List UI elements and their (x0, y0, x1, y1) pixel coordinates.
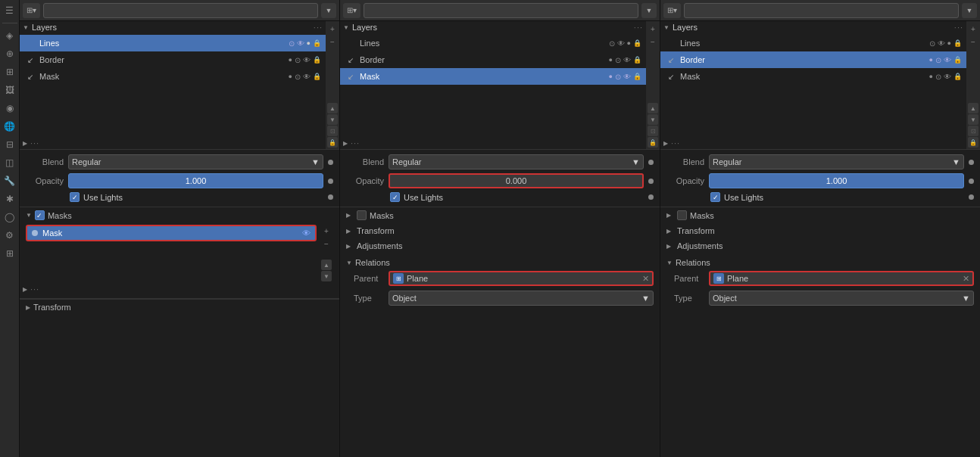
panel-3-layer-border[interactable]: ↙ Border ● ⊙ 👁 🔒 (660, 51, 966, 68)
panel-2-layer-lines-controls: ⊙ 👁 ● 🔒 (609, 39, 641, 48)
panel-1-masks-header[interactable]: ▼ ✓ Masks (20, 207, 339, 223)
panel-1-blend-dropdown[interactable]: Regular ▼ (68, 154, 323, 169)
panel-3-blend-dropdown[interactable]: Regular ▼ (709, 154, 964, 169)
panel-3-search-input[interactable] (684, 3, 959, 18)
sidebar-tool-icon-8[interactable]: ◫ (2, 155, 17, 170)
layer-lines-ctrl4: 🔒 (313, 39, 321, 47)
panel-2-type-row: Type Object ▼ (340, 288, 660, 308)
panel-1-add-layer-btn[interactable]: + (326, 23, 339, 35)
panel-2-search-input[interactable] (364, 3, 638, 18)
panel-3-relations-header[interactable]: ▼ Relations (660, 256, 980, 269)
panel-1-layer-mask[interactable]: ↙ Mask ● ⊙ 👁 🔒 (20, 68, 326, 85)
panel-2-masks-header[interactable]: ▶ Masks (340, 207, 660, 223)
panel-2-parent-clear-btn[interactable]: ✕ (642, 274, 649, 284)
panel-2-uselights-checkbox[interactable]: ✓ (390, 192, 400, 202)
panel-3-layer-list: Lines ⊙ 👁 ● 🔒 ↙ Border ● ⊙ (660, 33, 966, 86)
sidebar-menu-icon[interactable]: ☰ (2, 3, 17, 18)
panel-1-transform-label: Transform (33, 303, 71, 312)
panel-1-add-mask-btn[interactable]: + (320, 225, 332, 237)
panel-2-opacity-field[interactable]: 0.000 (389, 173, 644, 188)
sidebar-tool-icon-12[interactable]: ⚙ (2, 228, 17, 243)
panel-3-masks-arrow-icon: ▶ (666, 212, 674, 219)
panel-3-opacity-field[interactable]: 1.000 (709, 173, 964, 188)
panel-2-layer-mask[interactable]: ↙ Mask ● ⊙ 👁 🔒 (340, 68, 646, 85)
panel-3-plane-icon: ⊞ (713, 273, 724, 284)
panel-3-scroll-down-btn[interactable]: ▼ (968, 114, 978, 125)
sidebar-tool-icon-9[interactable]: 🔧 (2, 173, 17, 188)
panel-3-transform-header[interactable]: ▶ Transform (660, 223, 980, 238)
panel-3-uselights-dot (969, 194, 974, 200)
panel-1-transform-section[interactable]: ▶ Transform (20, 299, 339, 315)
panel-2-parent-value-field[interactable]: ⊞ Plane ✕ (389, 271, 654, 286)
panel-2-masks-arrow-icon: ▶ (346, 212, 354, 219)
panel-3-layer-lines[interactable]: Lines ⊙ 👁 ● 🔒 (660, 35, 966, 51)
panel-3-uselights-checkbox[interactable]: ✓ (710, 192, 720, 202)
panel-3-lower-content: ▶ Masks ▶ Transform ▶ Adjustments ▼ Rela… (660, 207, 980, 457)
panel-3-type-dropdown[interactable]: Object ▼ (709, 291, 974, 306)
panel-2-masks-checkbox[interactable] (357, 210, 367, 220)
panel-1-opacity-field[interactable]: 1.000 (68, 173, 323, 188)
panel-1-layers-header[interactable]: ▼ Layers ··· (20, 21, 326, 33)
panel-2-add-layer-btn[interactable]: + (647, 23, 659, 35)
panel-1-layer-border-controls: ● ⊙ 👁 🔒 (289, 56, 321, 64)
sidebar-tool-icon-3[interactable]: ⊞ (2, 64, 17, 79)
panel-3-menu-btn[interactable]: ⊞▾ (663, 3, 681, 18)
panels-container: ⊞▾ ▼ ▼ Layers ··· Lines (20, 0, 980, 457)
sidebar-tool-icon-4[interactable]: 🖼 (2, 82, 17, 98)
panel-3-adjustments-header[interactable]: ▶ Adjustments (660, 238, 980, 253)
sidebar-tool-icon-13[interactable]: ⊞ (2, 246, 17, 261)
sidebar-tool-icon-10[interactable]: ✱ (2, 191, 17, 207)
panel-1-layer-border[interactable]: ↙ Border ● ⊙ 👁 🔒 (20, 51, 326, 68)
sidebar-tool-icon-5[interactable]: ◉ (2, 101, 17, 116)
panel-1-layer-lines[interactable]: Lines ⊙ 👁 ● 🔒 (20, 35, 326, 51)
panel-1-scroll-up-btn[interactable]: ▲ (327, 103, 338, 113)
panel-2-scroll-up-btn[interactable]: ▲ (648, 103, 658, 113)
panel-3-relations-label: Relations (676, 258, 710, 267)
panel-1-mask-scroll-up[interactable]: ▲ (321, 260, 332, 270)
panel-1-uselights-checkbox[interactable]: ✓ (70, 192, 80, 202)
panel-3-masks-header[interactable]: ▶ Masks (660, 207, 980, 223)
panel-2-dropdown-btn[interactable]: ▼ (641, 3, 657, 18)
panel-2-relations-header[interactable]: ▼ Relations (340, 256, 660, 269)
panel-2-layer-lines[interactable]: Lines ⊙ 👁 ● 🔒 (340, 35, 646, 51)
panel-1-lock-icon: 🔒 (327, 137, 338, 148)
panel-3-masks-checkbox[interactable] (677, 210, 687, 220)
panel-1-dropdown-btn[interactable]: ▼ (321, 3, 336, 18)
panel-2-transform-header[interactable]: ▶ Transform (340, 223, 660, 238)
panel-3-parent-clear-btn[interactable]: ✕ (963, 274, 969, 284)
panel-3-parent-value-field[interactable]: ⊞ Plane ✕ (709, 271, 974, 286)
sidebar-tool-icon-6[interactable]: 🌐 (2, 119, 17, 134)
panel-1-transform-arrow-icon: ▶ (26, 304, 30, 311)
panel-1-search-input[interactable] (43, 3, 318, 18)
panel-1-scroll-down-btn[interactable]: ▼ (327, 114, 338, 125)
sidebar-tool-icon-1[interactable]: ◈ (2, 28, 17, 43)
panel-1-menu-icon: ⊞ (27, 6, 33, 14)
panel-3-scroll-up-btn[interactable]: ▲ (968, 103, 978, 113)
panel-1-remove-mask-btn[interactable]: − (320, 238, 332, 250)
panel-2-scroll-down-btn[interactable]: ▼ (648, 114, 658, 125)
sidebar-tool-icon-2[interactable]: ⊕ (2, 46, 17, 61)
panel-2-blend-value: Regular (392, 157, 422, 166)
panel-3-dropdown-btn[interactable]: ▼ (962, 3, 977, 18)
panel-3-add-layer-btn[interactable]: + (967, 23, 979, 35)
panel-1-remove-layer-btn[interactable]: − (326, 36, 339, 48)
panel-1-menu-btn[interactable]: ⊞▾ (23, 3, 40, 18)
panel-2-remove-layer-btn[interactable]: − (647, 36, 659, 48)
panel-3-layers-header[interactable]: ▼ Layers ··· (660, 21, 966, 33)
panel-3-layer-mask[interactable]: ↙ Mask ● ⊙ 👁 🔒 (660, 68, 966, 85)
panel-3-layer-mask-controls: ● ⊙ 👁 🔒 (929, 73, 962, 81)
sidebar-tool-icon-7[interactable]: ⊟ (2, 137, 17, 152)
sidebar-tool-icon-11[interactable]: ◯ (2, 210, 17, 225)
panel-1-uselights-label: Use Lights (83, 193, 123, 202)
panel-1-masks-checkbox[interactable]: ✓ (35, 210, 45, 220)
panel-2-adjustments-header[interactable]: ▶ Adjustments (340, 238, 660, 253)
panel-2-menu-btn[interactable]: ⊞▾ (343, 3, 360, 18)
panel-2-type-dropdown[interactable]: Object ▼ (389, 291, 654, 306)
panel-3-remove-layer-btn[interactable]: − (967, 36, 979, 48)
panel-2-layer-border[interactable]: ↙ Border ● ⊙ 👁 🔒 (340, 51, 646, 68)
panel-2-blend-dropdown[interactable]: Regular ▼ (389, 154, 644, 169)
panel-3-opacity-row: Opacity 1.000 (666, 173, 974, 188)
panel-1-mask-item[interactable]: Mask 👁 (26, 225, 317, 241)
panel-1-mask-scroll-down[interactable]: ▼ (321, 271, 332, 281)
panel-2-layers-header[interactable]: ▼ Layers ··· (340, 21, 646, 33)
